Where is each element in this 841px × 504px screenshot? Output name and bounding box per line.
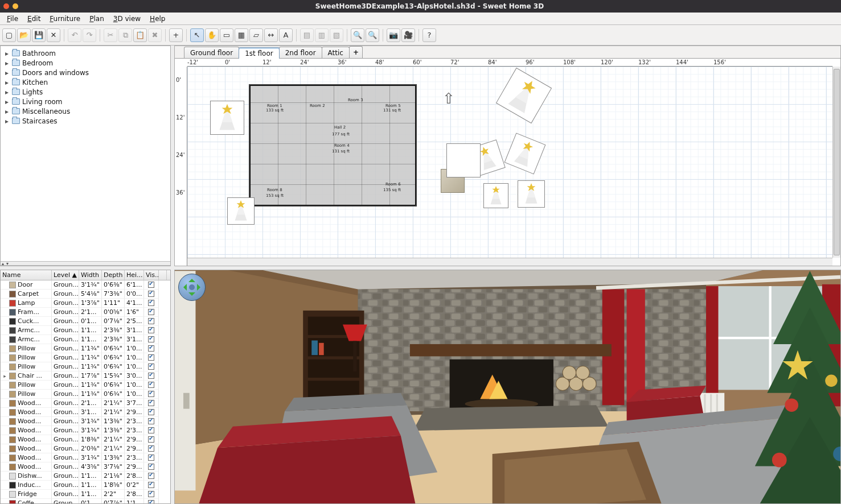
column-name[interactable]: Name [1, 270, 52, 280]
visible-checkbox[interactable] [148, 382, 154, 388]
furniture-row[interactable]: Wood...Groun...2'1...2'1¼"3'7... [1, 399, 170, 408]
furniture-row[interactable]: Wood...Groun...3'1¾"1'3⅜"2'3... [1, 453, 170, 462]
visible-checkbox[interactable] [148, 391, 154, 397]
toolbar-add-furniture-button[interactable]: + [169, 28, 183, 42]
visible-checkbox[interactable] [148, 400, 154, 406]
plan-object-blank[interactable] [446, 143, 481, 177]
visible-checkbox[interactable] [148, 363, 154, 370]
furniture-table-body[interactable]: DoorGroun...3'1¾"0'6⅜"6'1... CarpetGroun… [1, 280, 170, 503]
furniture-row[interactable]: PillowGroun...1'1¾"0'6¾"1'0... [1, 381, 170, 390]
column-vis[interactable]: Vis... [144, 270, 159, 280]
visible-checkbox[interactable] [148, 291, 154, 297]
level-tab-attic[interactable]: Attic [322, 47, 350, 58]
catalog-category-miscellaneous[interactable]: ▸Miscellaneous [2, 106, 169, 116]
visible-checkbox[interactable] [148, 445, 154, 452]
furniture-row[interactable]: Armc...Groun...1'1...2'3⅜"3'1... [1, 326, 170, 335]
plan-object-tree[interactable] [227, 197, 255, 225]
toolbar-select-button[interactable]: ↖ [190, 28, 204, 42]
menu-3d-view[interactable]: 3D view [109, 15, 145, 23]
plan-object-tree[interactable] [210, 101, 244, 135]
furniture-row[interactable]: Dishw...Groun...1'1...2'1⅛"2'8... [1, 472, 170, 481]
furniture-row[interactable]: LampGroun...1'3⅞"1'11"4'1... [1, 299, 170, 308]
visible-checkbox[interactable] [148, 318, 154, 324]
catalog-split-handle[interactable]: ▴▾ [1, 261, 170, 266]
menu-furniture[interactable]: Furniture [45, 15, 85, 23]
toolbar-tool-a-button[interactable]: ▤ [300, 28, 314, 42]
visible-checkbox[interactable] [148, 427, 154, 433]
column-level[interactable]: Level ▲ [52, 270, 79, 280]
visible-checkbox[interactable] [148, 309, 154, 315]
plan-object-tree[interactable] [518, 180, 545, 208]
furniture-row[interactable]: Wood...Groun...3'1¾"1'3⅜"2'3... [1, 417, 170, 426]
column-hei[interactable]: Hei... [125, 270, 144, 280]
toolbar-open-button[interactable]: 📂 [17, 28, 31, 42]
3d-view-canvas[interactable] [175, 270, 840, 503]
visible-checkbox[interactable] [148, 473, 154, 479]
visible-checkbox[interactable] [148, 354, 154, 361]
furniture-row[interactable]: CarpetGroun...5'4⅛"7'3⅜"0'0... [1, 290, 170, 299]
toolbar-zoom-out-button[interactable]: 🔍 [366, 28, 379, 42]
menu-plan[interactable]: Plan [85, 15, 109, 23]
plan-scrollbar-vertical[interactable] [832, 67, 840, 258]
furniture-row[interactable]: ▸Chair ...Groun...1'7⅞"1'5¾"3'0... [1, 371, 170, 381]
catalog-category-bedroom[interactable]: ▸Bedroom [2, 58, 169, 68]
catalog-category-lights[interactable]: ▸Lights [2, 87, 169, 97]
toolbar-paste-button[interactable]: 📋 [133, 28, 147, 42]
toolbar-wall-button[interactable]: ▭ [220, 28, 233, 42]
toolbar-help-button[interactable]: ? [422, 28, 436, 42]
furniture-row[interactable]: DoorGroun...3'1¾"0'6⅜"6'1... [1, 280, 170, 290]
visible-checkbox[interactable] [148, 464, 154, 470]
compass-icon[interactable]: ⇧ [442, 90, 455, 107]
catalog-category-bathroom[interactable]: ▸Bathroom [2, 48, 169, 58]
furniture-row[interactable]: FridgeGroun...1'1...2'2"2'8... [1, 490, 170, 499]
furniture-row[interactable]: Wood...Groun...4'3⅝"3'7⅛"2'9... [1, 462, 170, 472]
window-close-icon[interactable] [3, 3, 9, 9]
furniture-row[interactable]: PillowGroun...1'1¾"0'6¾"1'0... [1, 390, 170, 399]
visible-checkbox[interactable] [148, 345, 154, 352]
furniture-row[interactable]: Wood...Groun...1'8⅜"2'1¼"2'9... [1, 435, 170, 444]
toolbar-undo-button[interactable]: ↶ [68, 28, 81, 42]
toolbar-copy-button[interactable]: ⧉ [118, 28, 132, 42]
plan-floorplan[interactable]: Room 1133 sq ftRoom 2Room 3Hall 2177 sq … [249, 84, 417, 206]
catalog-category-doors-and-windows[interactable]: ▸Doors and windows [2, 68, 169, 77]
add-level-tab[interactable]: + [349, 46, 363, 58]
furniture-row[interactable]: Armc...Groun...1'1...2'3⅜"3'1... [1, 335, 170, 344]
furniture-row[interactable]: Coffe...Groun...0'1...0'7⅞"1'1... [1, 499, 170, 503]
toolbar-cut-button[interactable]: ✂ [104, 28, 117, 42]
visible-checkbox[interactable] [148, 327, 154, 333]
toolbar-save-button[interactable]: 💾 [32, 28, 46, 42]
toolbar-delete-button[interactable]: ✖ [148, 28, 162, 42]
plan-scrollbar-horizontal[interactable] [187, 258, 832, 266]
furniture-row[interactable]: Wood...Groun...3'1¾"1'3⅜"2'3... [1, 426, 170, 435]
toolbar-tool-c-button[interactable]: ▧ [330, 28, 343, 42]
toolbar-pan-button[interactable]: ✋ [205, 28, 219, 42]
toolbar-polyline-button[interactable]: ▱ [249, 28, 263, 42]
visible-checkbox[interactable] [148, 373, 154, 379]
toolbar-prefs-button[interactable]: ✕ [47, 28, 60, 42]
catalog-category-living-room[interactable]: ▸Living room [2, 97, 169, 106]
toolbar-zoom-in-button[interactable]: 🔍 [351, 28, 364, 42]
furniture-row[interactable]: Cuck...Groun...0'1...0'7⅛"2'5... [1, 317, 170, 326]
toolbar-new-button[interactable]: ▢ [2, 28, 16, 42]
visible-checkbox[interactable] [148, 500, 154, 503]
level-tab-2nd-floor[interactable]: 2nd floor [279, 47, 322, 58]
furniture-row[interactable]: Wood...Groun...3'1...2'1¼"2'9... [1, 408, 170, 417]
visible-checkbox[interactable] [148, 418, 154, 424]
catalog-category-staircases[interactable]: ▸Staircases [2, 116, 169, 126]
plan-canvas[interactable]: -12'0'12'24'36'48'60'72'84'96'108'120'13… [175, 59, 840, 266]
visible-checkbox[interactable] [148, 482, 154, 488]
furniture-row[interactable]: Induc...Groun...1'1...1'8⅝"0'2" [1, 481, 170, 490]
plan-object-tree[interactable] [483, 183, 508, 208]
catalog-category-kitchen[interactable]: ▸Kitchen [2, 77, 169, 87]
furniture-row[interactable]: PillowGroun...1'1¾"0'6¾"1'0... [1, 353, 170, 362]
menu-help[interactable]: Help [145, 15, 170, 23]
furniture-table-header[interactable]: NameLevel ▲WidthDepthHei...Vis... [1, 270, 170, 280]
catalog-tree[interactable]: ▸Bathroom▸Bedroom▸Doors and windows▸Kitc… [1, 46, 170, 261]
furniture-row[interactable]: PillowGroun...1'1¾"0'6¾"1'0... [1, 362, 170, 371]
toolbar-dimension-button[interactable]: ↔ [264, 28, 278, 42]
visible-checkbox[interactable] [148, 455, 154, 461]
toolbar-room-button[interactable]: ▦ [235, 28, 248, 42]
level-tab-ground-floor[interactable]: Ground floor [184, 47, 239, 58]
visible-checkbox[interactable] [148, 300, 154, 306]
visible-checkbox[interactable] [148, 436, 154, 443]
